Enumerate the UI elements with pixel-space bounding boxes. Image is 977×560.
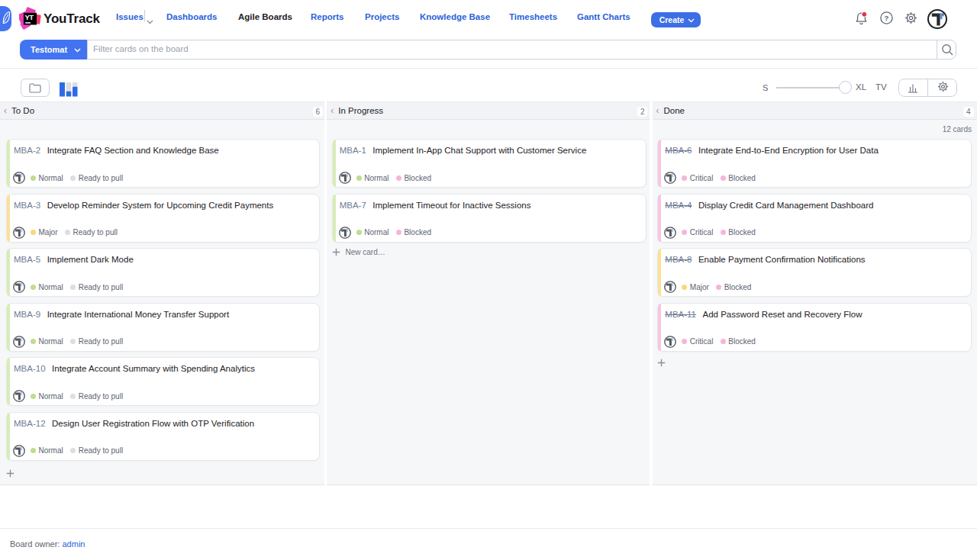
svg-text:YT: YT — [25, 13, 34, 21]
svg-text:?: ? — [885, 14, 889, 22]
